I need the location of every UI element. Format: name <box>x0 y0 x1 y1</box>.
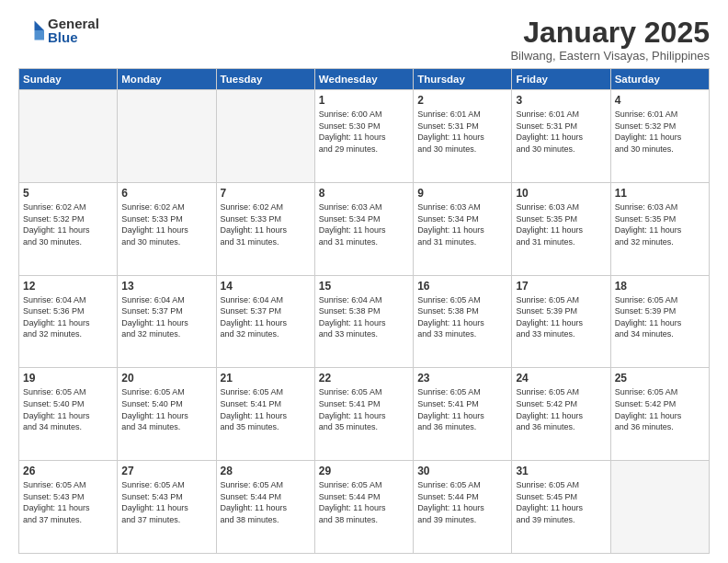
calendar-cell: 22Sunrise: 6:05 AM Sunset: 5:41 PM Dayli… <box>314 368 413 461</box>
day-number: 31 <box>516 465 606 477</box>
day-number: 1 <box>319 94 409 107</box>
day-info: Sunrise: 6:05 AM Sunset: 5:41 PM Dayligh… <box>319 386 409 432</box>
day-info: Sunrise: 6:01 AM Sunset: 5:31 PM Dayligh… <box>516 109 606 155</box>
calendar-cell: 20Sunrise: 6:05 AM Sunset: 5:40 PM Dayli… <box>118 368 216 461</box>
day-header-wednesday: Wednesday <box>314 69 413 90</box>
calendar-cell: 10Sunrise: 6:03 AM Sunset: 5:35 PM Dayli… <box>512 182 610 275</box>
day-info: Sunrise: 6:05 AM Sunset: 5:45 PM Dayligh… <box>516 479 606 525</box>
day-info: Sunrise: 6:02 AM Sunset: 5:33 PM Dayligh… <box>121 201 211 247</box>
calendar-cell: 12Sunrise: 6:04 AM Sunset: 5:36 PM Dayli… <box>19 275 118 368</box>
day-number: 10 <box>516 187 606 200</box>
day-header-sunday: Sunday <box>19 69 118 90</box>
week-row-2: 5Sunrise: 6:02 AM Sunset: 5:32 PM Daylig… <box>19 182 710 275</box>
calendar-cell: 18Sunrise: 6:05 AM Sunset: 5:39 PM Dayli… <box>610 275 709 368</box>
calendar-cell: 4Sunrise: 6:01 AM Sunset: 5:32 PM Daylig… <box>610 90 709 183</box>
calendar-cell <box>216 90 314 183</box>
day-number: 26 <box>23 465 113 477</box>
day-number: 30 <box>417 465 507 477</box>
calendar-cell: 2Sunrise: 6:01 AM Sunset: 5:31 PM Daylig… <box>414 90 512 183</box>
day-header-monday: Monday <box>118 69 216 90</box>
day-number: 9 <box>417 187 507 200</box>
day-info: Sunrise: 6:04 AM Sunset: 5:38 PM Dayligh… <box>319 294 409 340</box>
day-number: 22 <box>319 372 409 385</box>
day-info: Sunrise: 6:05 AM Sunset: 5:42 PM Dayligh… <box>615 386 705 432</box>
day-info: Sunrise: 6:01 AM Sunset: 5:31 PM Dayligh… <box>417 109 507 155</box>
day-info: Sunrise: 6:04 AM Sunset: 5:36 PM Dayligh… <box>23 294 113 340</box>
day-number: 24 <box>516 372 606 385</box>
calendar-cell: 23Sunrise: 6:05 AM Sunset: 5:41 PM Dayli… <box>414 368 512 461</box>
day-number: 16 <box>417 280 507 293</box>
day-info: Sunrise: 6:05 AM Sunset: 5:39 PM Dayligh… <box>615 294 705 340</box>
day-info: Sunrise: 6:05 AM Sunset: 5:38 PM Dayligh… <box>417 294 507 340</box>
day-info: Sunrise: 6:05 AM Sunset: 5:39 PM Dayligh… <box>516 294 606 340</box>
calendar-cell: 30Sunrise: 6:05 AM Sunset: 5:44 PM Dayli… <box>414 461 512 554</box>
svg-marker-1 <box>35 30 45 40</box>
day-info: Sunrise: 6:03 AM Sunset: 5:34 PM Dayligh… <box>319 201 409 247</box>
calendar-cell: 15Sunrise: 6:04 AM Sunset: 5:38 PM Dayli… <box>314 275 413 368</box>
page: General Blue January 2025 Bilwang, Easte… <box>0 0 728 563</box>
calendar-cell <box>118 90 216 183</box>
day-number: 5 <box>23 187 113 200</box>
day-info: Sunrise: 6:01 AM Sunset: 5:32 PM Dayligh… <box>615 109 705 155</box>
day-number: 3 <box>516 94 606 107</box>
day-info: Sunrise: 6:05 AM Sunset: 5:42 PM Dayligh… <box>516 386 606 432</box>
calendar-cell: 16Sunrise: 6:05 AM Sunset: 5:38 PM Dayli… <box>414 275 512 368</box>
day-info: Sunrise: 6:05 AM Sunset: 5:40 PM Dayligh… <box>121 386 211 432</box>
day-number: 8 <box>319 187 409 200</box>
week-row-1: 1Sunrise: 6:00 AM Sunset: 5:30 PM Daylig… <box>19 90 710 183</box>
day-number: 19 <box>23 372 113 385</box>
day-number: 7 <box>221 187 311 200</box>
calendar-cell: 29Sunrise: 6:05 AM Sunset: 5:44 PM Dayli… <box>314 461 413 554</box>
day-number: 20 <box>121 372 211 385</box>
logo-blue-text: Blue <box>48 30 99 44</box>
day-number: 4 <box>615 94 705 107</box>
week-row-3: 12Sunrise: 6:04 AM Sunset: 5:36 PM Dayli… <box>19 275 710 368</box>
day-info: Sunrise: 6:05 AM Sunset: 5:44 PM Dayligh… <box>221 479 311 525</box>
day-header-saturday: Saturday <box>610 69 709 90</box>
day-info: Sunrise: 6:00 AM Sunset: 5:30 PM Dayligh… <box>319 109 409 155</box>
day-info: Sunrise: 6:03 AM Sunset: 5:35 PM Dayligh… <box>516 201 606 247</box>
day-number: 29 <box>319 465 409 477</box>
calendar-cell: 27Sunrise: 6:05 AM Sunset: 5:43 PM Dayli… <box>118 461 216 554</box>
logo-text: General Blue <box>48 17 99 44</box>
day-number: 12 <box>23 280 113 293</box>
day-number: 21 <box>221 372 311 385</box>
logo: General Blue <box>18 17 99 44</box>
calendar-cell: 5Sunrise: 6:02 AM Sunset: 5:32 PM Daylig… <box>19 182 118 275</box>
day-number: 25 <box>615 372 705 385</box>
calendar-cell: 28Sunrise: 6:05 AM Sunset: 5:44 PM Dayli… <box>216 461 314 554</box>
day-info: Sunrise: 6:03 AM Sunset: 5:35 PM Dayligh… <box>615 201 705 247</box>
calendar-cell: 6Sunrise: 6:02 AM Sunset: 5:33 PM Daylig… <box>118 182 216 275</box>
day-number: 28 <box>221 465 311 477</box>
calendar-cell: 25Sunrise: 6:05 AM Sunset: 5:42 PM Dayli… <box>610 368 709 461</box>
calendar-cell: 31Sunrise: 6:05 AM Sunset: 5:45 PM Dayli… <box>512 461 610 554</box>
calendar-cell: 3Sunrise: 6:01 AM Sunset: 5:31 PM Daylig… <box>512 90 610 183</box>
day-header-row: SundayMondayTuesdayWednesdayThursdayFrid… <box>19 69 710 90</box>
calendar-cell: 11Sunrise: 6:03 AM Sunset: 5:35 PM Dayli… <box>610 182 709 275</box>
calendar-cell: 9Sunrise: 6:03 AM Sunset: 5:34 PM Daylig… <box>414 182 512 275</box>
day-number: 23 <box>417 372 507 385</box>
day-info: Sunrise: 6:05 AM Sunset: 5:44 PM Dayligh… <box>319 479 409 525</box>
month-title: January 2025 <box>510 17 710 49</box>
header: General Blue January 2025 Bilwang, Easte… <box>18 17 710 63</box>
location: Bilwang, Eastern Visayas, Philippines <box>510 49 710 63</box>
calendar-cell: 17Sunrise: 6:05 AM Sunset: 5:39 PM Dayli… <box>512 275 610 368</box>
day-info: Sunrise: 6:05 AM Sunset: 5:41 PM Dayligh… <box>221 386 311 432</box>
week-row-5: 26Sunrise: 6:05 AM Sunset: 5:43 PM Dayli… <box>19 461 710 554</box>
week-row-4: 19Sunrise: 6:05 AM Sunset: 5:40 PM Dayli… <box>19 368 710 461</box>
title-block: January 2025 Bilwang, Eastern Visayas, P… <box>510 17 710 63</box>
calendar-cell: 24Sunrise: 6:05 AM Sunset: 5:42 PM Dayli… <box>512 368 610 461</box>
day-number: 18 <box>615 280 705 293</box>
logo-icon <box>18 17 44 43</box>
day-header-tuesday: Tuesday <box>216 69 314 90</box>
day-number: 2 <box>417 94 507 107</box>
day-number: 6 <box>121 187 211 200</box>
day-info: Sunrise: 6:05 AM Sunset: 5:41 PM Dayligh… <box>417 386 507 432</box>
calendar-cell: 1Sunrise: 6:00 AM Sunset: 5:30 PM Daylig… <box>314 90 413 183</box>
day-info: Sunrise: 6:03 AM Sunset: 5:34 PM Dayligh… <box>417 201 507 247</box>
day-info: Sunrise: 6:05 AM Sunset: 5:44 PM Dayligh… <box>417 479 507 525</box>
calendar-cell: 8Sunrise: 6:03 AM Sunset: 5:34 PM Daylig… <box>314 182 413 275</box>
day-info: Sunrise: 6:04 AM Sunset: 5:37 PM Dayligh… <box>121 294 211 340</box>
logo-general-text: General <box>48 17 99 30</box>
day-header-thursday: Thursday <box>414 69 512 90</box>
